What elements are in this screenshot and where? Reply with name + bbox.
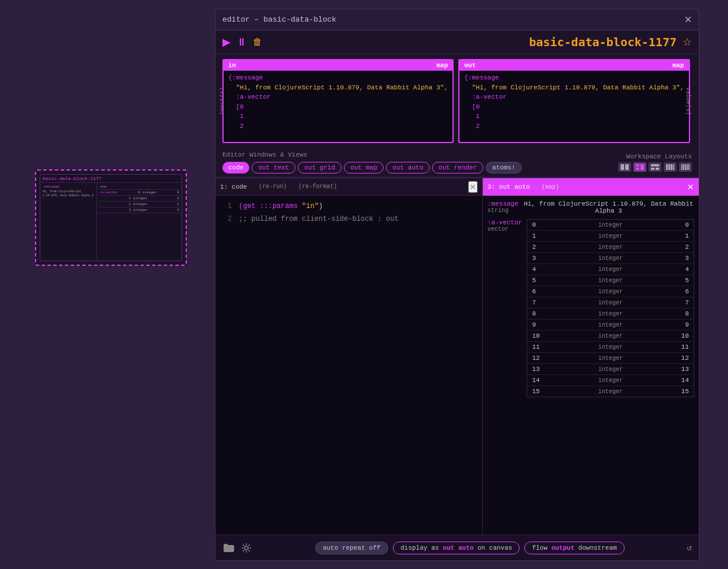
close-button[interactable]: ✕ [684,14,692,25]
input-panel-wrapper: input(s) in map {:message "Hi, from Cloj… [222,59,454,143]
code-panel-close[interactable]: ✕ [468,181,478,193]
vector-key-col: :a-vector vector [487,219,522,397]
input-panel: in map {:message "Hi, from ClojureScript… [222,59,454,143]
canvas-node-row-0: :a-vector 0 integer 0 [98,190,180,196]
code-line-1: 1 (get :::params "in") [222,200,475,213]
views-header: Editor Windows & Views code out text out… [222,151,692,174]
layout-icons [618,162,692,172]
svg-rect-8 [656,168,659,170]
views-buttons: code out text out grid out map out auto … [222,162,522,174]
layout-icon-2[interactable] [633,162,646,172]
svg-rect-6 [651,164,659,166]
map-row: 2 integer 2 [527,242,694,253]
map-row: 3 integer 3 [527,253,694,264]
layout-icon-3[interactable] [649,162,661,172]
flow-output: output [551,544,574,551]
title-bar: editor – basic-data-block ✕ [215,9,699,30]
svg-point-18 [245,546,248,550]
workspace-layouts: Workspace Layouts [618,153,692,172]
flow-label: flow [532,544,551,551]
map-row: 7 integer 7 [527,297,694,308]
canvas-node-row-3: 3 integer 3 [98,207,180,213]
canvas-node-title: basic-data-block-1177 [40,175,182,183]
play-button[interactable]: ▶ [222,36,231,48]
map-row: 10 integer 10 [527,331,694,342]
out-auto-tab-type: (map) [542,184,559,190]
layout-icon-5[interactable] [679,162,692,172]
auto-repeat-pill[interactable]: auto repeat off [315,542,388,554]
view-btn-out-text[interactable]: out text [252,162,295,174]
split-editor: 1: code (re-run) (re-format) ✕ 1 (get ::… [215,178,699,535]
view-btn-out-render[interactable]: out render [432,162,483,174]
canvas-node-row-1: 1 integer 1 [98,196,180,202]
layout-icon-4[interactable] [664,162,677,172]
canvas-node-message-val: Hi, from ClojureScript 1.10.879, Data Ra… [41,189,95,198]
map-row: 8 integer 8 [527,308,694,320]
toolbar: ▶ ⏸ 🗑 basic-data-block-1177 ☆ [215,30,699,54]
svg-rect-11 [671,164,673,170]
code-tab: 1: code (re-run) (re-format) [220,183,337,190]
svg-rect-9 [666,164,668,170]
input-type: map [436,62,448,69]
status-bar: auto repeat off display as out auto on c… [215,535,699,560]
svg-rect-7 [651,168,654,170]
views-label: Editor Windows & Views [222,151,522,158]
code-panel: 1: code (re-run) (re-format) ✕ 1 (get ::… [215,178,483,535]
map-row: 9 integer 9 [527,320,694,331]
svg-rect-3 [636,164,639,166]
vector-rows-table: 0 integer 0 1 integer 1 2 integer 2 3 in… [527,219,694,397]
view-btn-atoms[interactable]: atoms! [486,162,522,174]
reformat-button[interactable]: (re-format) [298,183,337,190]
map-message-row: :message string Hi, from ClojureScript 1… [487,200,694,214]
view-btn-code[interactable]: code [222,162,249,174]
favorite-button[interactable]: ☆ [682,36,692,48]
layout-icon-3-svg [651,164,659,170]
canvas-node-message-key: :message [41,184,95,189]
view-btn-out-grid[interactable]: out grid [298,162,342,174]
message-type: string [487,207,518,214]
delete-button[interactable]: 🗑 [253,37,262,47]
flow-pill[interactable]: flow output downstream [524,542,624,554]
code-editor: 1 (get :::params "in") 2 ;; pulled from … [215,196,482,535]
views-section: Editor Windows & Views code out text out… [215,148,699,178]
flow-downstream: downstream [574,544,617,551]
io-panels: input(s) in map {:message "Hi, from Cloj… [215,54,699,148]
view-btn-out-map[interactable]: out map [344,162,384,174]
canvas-node: basic-data-block-1177 :message Hi, from … [35,169,187,266]
settings-icon[interactable] [240,542,253,554]
code-tab-name: 1: code [220,183,247,190]
svg-rect-15 [685,164,686,170]
map-row: 1 integer 1 [527,231,694,242]
svg-rect-2 [625,164,629,170]
map-row: 11 integer 11 [527,342,694,353]
map-row: 14 integer 14 [527,375,694,386]
folder-icon[interactable] [222,542,235,554]
message-value: Hi, from ClojureScript 1.10.879, Data Ra… [523,200,694,214]
map-row: 15 integer 15 [527,386,694,397]
display-as-pill[interactable]: display as out auto on canvas [393,542,520,554]
window-title: editor – basic-data-block [222,15,336,24]
output-panel-wrapper: out map {:message "Hi, from ClojureScrip… [458,59,689,143]
input-label: in [228,62,236,69]
out-auto-panel-close[interactable]: ✕ [687,182,694,192]
output-panel-content: {:message "Hi, from ClojureScript 1.10.8… [459,71,688,142]
editor-window: editor – basic-data-block ✕ ▶ ⏸ 🗑 basic-… [215,9,699,561]
svg-rect-12 [673,164,674,170]
view-btn-out-auto[interactable]: out auto [386,162,430,174]
vector-key: :a-vector [487,219,522,226]
refresh-icon[interactable]: ↺ [687,543,692,553]
output-label: out [464,62,476,69]
pause-button[interactable]: ⏸ [236,36,247,48]
out-auto-tab-left: 3: out auto (map) [487,183,559,190]
out-auto-tab-name: 3: out auto [487,183,530,190]
layout-icon-1[interactable] [618,162,631,172]
display-highlight-val: out auto [443,544,474,551]
out-auto-tab-bar: 3: out auto (map) ✕ [483,178,699,196]
block-title: basic-data-block-1177 [529,35,677,49]
output-side-label: value(s) [684,87,691,115]
display-prefix: display as [400,544,443,551]
map-row: 12 integer 12 [527,353,694,364]
output-io-panel: out map {:message "Hi, from ClojureScrip… [458,59,689,143]
display-on-canvas: on canvas [473,544,512,551]
rerun-button[interactable]: (re-run) [259,183,287,190]
